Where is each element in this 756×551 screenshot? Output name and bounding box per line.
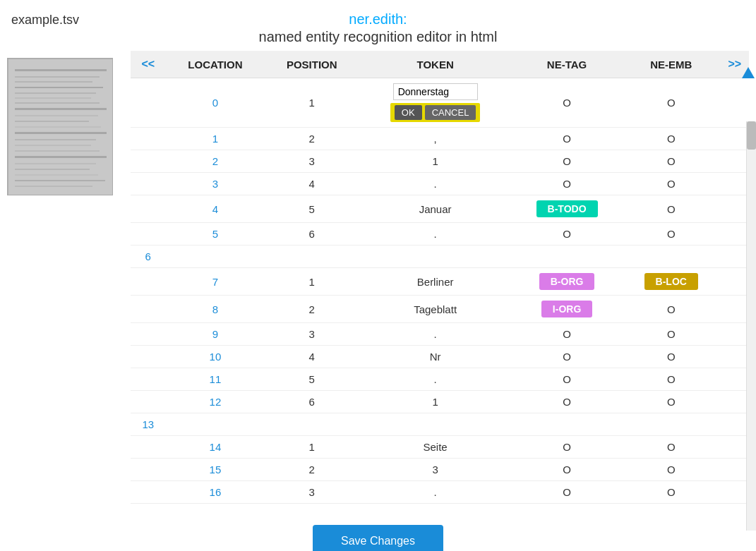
svg-rect-21: [15, 186, 92, 187]
app-header: example.tsv ner.edith: named entity reco…: [0, 0, 756, 51]
ne-emb-cell[interactable]: O: [622, 173, 721, 195]
ne-emb-cell[interactable]: O: [622, 78, 721, 128]
ne-tag-cell[interactable]: O: [512, 346, 622, 368]
ne-emb-cell[interactable]: O: [622, 368, 721, 391]
token-cell[interactable]: Januar: [359, 195, 512, 223]
ne-tag-cell[interactable]: O: [512, 150, 622, 173]
ne-emb-cell[interactable]: O: [622, 128, 721, 150]
token-cell[interactable]: 1: [359, 391, 512, 413]
ne-tag-cell[interactable]: O: [512, 78, 622, 128]
ne-emb-cell[interactable]: O: [622, 459, 721, 481]
ne-tag-cell[interactable]: O: [512, 459, 622, 481]
location-cell[interactable]: 12: [165, 391, 265, 413]
scrollbar-track[interactable]: [746, 121, 756, 531]
token-cell[interactable]: .: [359, 173, 512, 195]
location-cell[interactable]: 6: [131, 246, 165, 268]
ne-tag-cell[interactable]: O: [512, 368, 622, 391]
token-cell[interactable]: 1: [359, 150, 512, 173]
token-cancel-button[interactable]: CANCEL: [425, 105, 476, 120]
token-cell[interactable]: OKCANCEL: [359, 78, 512, 128]
token-cell[interactable]: Berliner: [359, 268, 512, 296]
location-cell[interactable]: 15: [165, 459, 265, 481]
ne-emb-cell[interactable]: O: [622, 436, 721, 459]
ne-tag-cell[interactable]: B-TODO: [512, 195, 622, 223]
table-row: 71BerlinerB-ORGB-LOC: [131, 268, 749, 296]
location-cell[interactable]: 4: [165, 195, 265, 223]
ne-tag-cell[interactable]: O: [512, 481, 622, 504]
ne-tag-cell[interactable]: B-ORG: [512, 268, 622, 296]
col-ne-tag: NE-TAG: [512, 51, 622, 78]
document-thumbnail[interactable]: [7, 58, 113, 195]
ne-tag-cell[interactable]: O: [512, 391, 622, 413]
ne-emb-cell[interactable]: O: [622, 391, 721, 413]
ne-tag-badge: B-TODO: [536, 200, 598, 217]
table-row: 93.OO: [131, 323, 749, 346]
token-cell[interactable]: .: [359, 323, 512, 346]
location-cell[interactable]: 13: [131, 413, 165, 436]
ne-emb-badge: B-LOC: [644, 273, 698, 290]
row-nav-next-spacer: [721, 323, 749, 346]
token-cell[interactable]: Nr: [359, 346, 512, 368]
location-cell[interactable]: 3: [165, 173, 265, 195]
empty-cell: [622, 246, 721, 268]
table-row: 12,OO: [131, 128, 749, 150]
location-cell[interactable]: 8: [165, 296, 265, 323]
svg-rect-14: [15, 145, 91, 146]
token-cell[interactable]: .: [359, 368, 512, 391]
save-changes-button[interactable]: Save Changes: [313, 525, 443, 551]
ne-tag-cell[interactable]: I-ORG: [512, 296, 622, 323]
empty-cell: [165, 246, 265, 268]
location-cell[interactable]: 1: [165, 128, 265, 150]
position-cell: 2: [265, 128, 359, 150]
ne-tag-cell[interactable]: O: [512, 436, 622, 459]
token-ok-button[interactable]: OK: [395, 105, 422, 120]
ne-tag-cell[interactable]: O: [512, 223, 622, 246]
scrollbar-thumb[interactable]: [747, 121, 756, 150]
position-cell: 2: [265, 459, 359, 481]
token-cell[interactable]: Seite: [359, 436, 512, 459]
location-cell[interactable]: 7: [165, 268, 265, 296]
ne-emb-cell[interactable]: O: [622, 481, 721, 504]
empty-cell: [512, 246, 622, 268]
location-cell[interactable]: 0: [165, 78, 265, 128]
token-edit-buttons: OKCANCEL: [390, 103, 481, 122]
empty-cell: [265, 413, 359, 436]
ne-tag-cell[interactable]: O: [512, 173, 622, 195]
empty-cell: [512, 413, 622, 436]
row-nav-next-spacer: [721, 481, 749, 504]
position-cell: 6: [265, 223, 359, 246]
ne-tag-cell[interactable]: O: [512, 128, 622, 150]
ne-emb-cell[interactable]: O: [622, 223, 721, 246]
token-cell[interactable]: .: [359, 223, 512, 246]
location-cell[interactable]: 11: [165, 368, 265, 391]
table-row: 1261OO: [131, 391, 749, 413]
ne-emb-cell[interactable]: O: [622, 296, 721, 323]
location-cell[interactable]: 2: [165, 150, 265, 173]
empty-cell: [721, 246, 749, 268]
token-cell[interactable]: ,: [359, 128, 512, 150]
token-cell[interactable]: .: [359, 481, 512, 504]
ne-emb-cell[interactable]: O: [622, 195, 721, 223]
location-cell[interactable]: 9: [165, 323, 265, 346]
token-edit-input[interactable]: [393, 83, 478, 100]
table-row: 56.OO: [131, 223, 749, 246]
position-cell: 1: [265, 268, 359, 296]
location-cell[interactable]: 14: [165, 436, 265, 459]
row-nav-spacer: [131, 323, 165, 346]
ne-emb-cell[interactable]: B-LOC: [622, 268, 721, 296]
token-cell[interactable]: Tageblatt: [359, 296, 512, 323]
token-cell[interactable]: 3: [359, 459, 512, 481]
location-cell[interactable]: 10: [165, 346, 265, 368]
ne-emb-cell[interactable]: O: [622, 346, 721, 368]
token-edit-container: OKCANCEL: [364, 83, 506, 122]
ne-emb-cell[interactable]: O: [622, 323, 721, 346]
table-row: 141SeiteOO: [131, 436, 749, 459]
nav-prev-button[interactable]: <<: [131, 51, 165, 78]
ne-tag-cell[interactable]: O: [512, 323, 622, 346]
location-cell[interactable]: 5: [165, 223, 265, 246]
location-cell[interactable]: 16: [165, 481, 265, 504]
ne-emb-cell[interactable]: O: [622, 150, 721, 173]
main-content: << LOCATION POSITION TOKEN NE-TAG NE-EMB…: [0, 51, 756, 504]
app-title-link[interactable]: ner.edith:: [349, 11, 407, 27]
table-row: 34.OO: [131, 173, 749, 195]
